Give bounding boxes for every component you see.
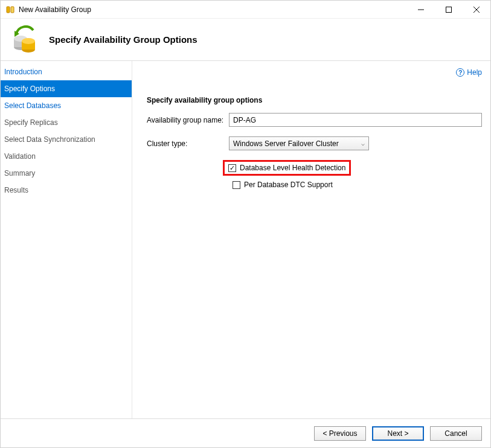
dtc-label: Per Database DTC Support bbox=[244, 181, 333, 189]
help-icon: ? bbox=[456, 68, 464, 77]
section-title: Specify availability group options bbox=[147, 96, 482, 104]
help-link[interactable]: ? Help bbox=[456, 68, 482, 77]
db-health-label: Database Level Health Detection bbox=[240, 164, 345, 172]
maximize-button[interactable] bbox=[435, 1, 463, 19]
wizard-content: ? Help Specify availability group option… bbox=[132, 61, 490, 418]
svg-rect-1 bbox=[11, 7, 14, 13]
cluster-type-value: Windows Server Failover Cluster bbox=[233, 139, 339, 148]
close-button[interactable] bbox=[463, 1, 490, 19]
title-bar: New Availability Group bbox=[1, 1, 490, 19]
wizard-body: Introduction Specify Options Select Data… bbox=[1, 61, 490, 418]
sidebar-item-summary: Summary bbox=[1, 165, 132, 182]
sidebar-item-select-data-sync: Select Data Synchronization bbox=[1, 131, 132, 148]
cancel-button[interactable]: Cancel bbox=[430, 426, 482, 441]
sidebar-item-results: Results bbox=[1, 182, 132, 199]
dtc-checkbox[interactable] bbox=[233, 181, 240, 189]
wizard-icon bbox=[10, 25, 39, 54]
cluster-type-select[interactable]: Windows Server Failover Cluster ⌵ bbox=[229, 136, 369, 150]
dtc-checkbox-row[interactable]: Per Database DTC Support bbox=[229, 178, 336, 191]
cluster-type-label: Cluster type: bbox=[147, 139, 229, 148]
sidebar-item-introduction[interactable]: Introduction bbox=[1, 63, 132, 80]
wizard-footer: < Previous Next > Cancel bbox=[1, 418, 490, 447]
db-health-checkbox-row[interactable]: Database Level Health Detection bbox=[223, 160, 351, 176]
help-label: Help bbox=[467, 68, 482, 77]
window-title: New Availability Group bbox=[19, 5, 91, 14]
svg-point-11 bbox=[22, 38, 35, 44]
wizard-window: New Availability Group Specify Ava bbox=[0, 0, 491, 448]
svg-rect-3 bbox=[446, 7, 452, 12]
page-title: Specify Availability Group Options bbox=[49, 34, 197, 45]
wizard-header: Specify Availability Group Options bbox=[1, 19, 490, 61]
svg-rect-0 bbox=[7, 7, 10, 13]
sidebar-item-validation: Validation bbox=[1, 148, 132, 165]
sidebar-item-select-databases[interactable]: Select Databases bbox=[1, 97, 132, 114]
minimize-button[interactable] bbox=[407, 1, 435, 19]
ag-name-input[interactable] bbox=[229, 113, 482, 127]
wizard-steps-sidebar: Introduction Specify Options Select Data… bbox=[1, 61, 132, 418]
next-button[interactable]: Next > bbox=[372, 426, 424, 441]
ag-name-label: Availability group name: bbox=[147, 116, 229, 124]
db-health-checkbox[interactable] bbox=[228, 164, 236, 172]
app-icon bbox=[5, 5, 15, 14]
chevron-down-icon: ⌵ bbox=[361, 140, 365, 147]
previous-button[interactable]: < Previous bbox=[314, 426, 366, 441]
sidebar-item-specify-options[interactable]: Specify Options bbox=[1, 80, 132, 97]
sidebar-item-specify-replicas: Specify Replicas bbox=[1, 114, 132, 131]
